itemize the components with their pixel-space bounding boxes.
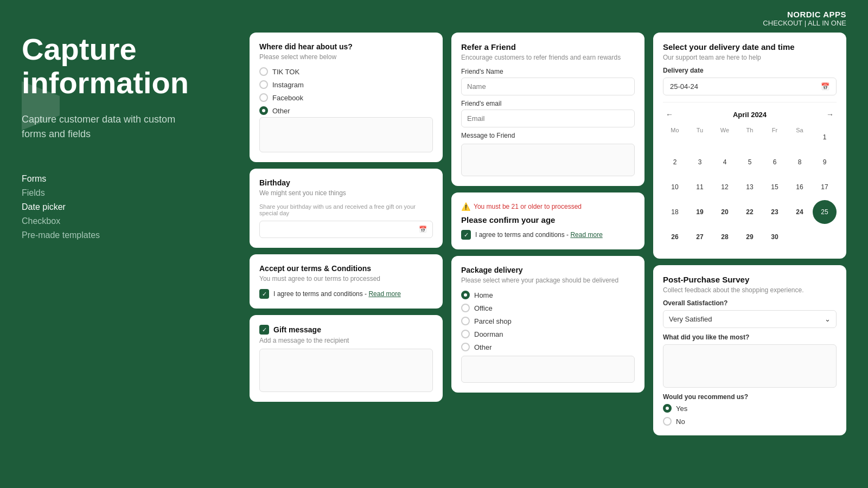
hero-title: Capture information <box>22 33 250 99</box>
package-textarea[interactable] <box>461 356 635 383</box>
gift-textarea[interactable] <box>259 349 433 392</box>
recommend-yes[interactable]: Yes <box>663 404 837 413</box>
refer-title: Refer a Friend <box>461 42 635 52</box>
radio-tiktok-label: TIK TOK <box>272 68 299 76</box>
birthday-subtitle: We might sent you nice things <box>259 189 433 197</box>
cal-day-10[interactable]: 10 <box>663 175 687 199</box>
package-parcel-circle <box>461 317 470 325</box>
friend-name-input[interactable] <box>461 78 635 95</box>
age-link[interactable]: Read more <box>570 231 602 239</box>
cal-day-5[interactable]: 5 <box>738 150 762 174</box>
cal-day-19[interactable]: 19 <box>688 200 712 224</box>
cal-header-fr: Fr <box>763 125 787 149</box>
package-other-label: Other <box>474 343 492 351</box>
cal-day-1[interactable]: 1 <box>813 125 837 149</box>
cal-day-4[interactable]: 4 <box>713 150 737 174</box>
radio-other-label: Other <box>272 107 290 115</box>
cal-day-22[interactable]: 22 <box>738 200 762 224</box>
cal-day-18[interactable]: 18 <box>663 200 687 224</box>
recommend-yes-circle <box>663 404 672 413</box>
cal-day-30[interactable]: 30 <box>763 225 787 249</box>
terms-checkbox-row[interactable]: I agree to terms and conditions - Read m… <box>259 289 433 299</box>
radio-facebook-circle <box>259 93 268 102</box>
nav-item-datepicker[interactable]: Date picker <box>22 202 250 212</box>
gift-checkbox[interactable] <box>259 325 269 335</box>
cal-next-btn[interactable]: → <box>824 108 837 121</box>
refer-card: Refer a Friend Encourage customers to re… <box>451 33 644 186</box>
radio-instagram-label: Instagram <box>272 81 304 89</box>
satisfaction-label: Overall Satisfaction? <box>663 299 837 307</box>
nav-item-fields[interactable]: Fields <box>22 188 250 198</box>
friend-email-label: Friend's email <box>461 100 635 107</box>
sidebar-nav: Forms Fields Date picker Checkbox Pre-ma… <box>22 174 250 240</box>
package-doorman[interactable]: Doorman <box>461 330 635 338</box>
cal-day-27[interactable]: 27 <box>688 225 712 249</box>
recommend-label: Would you recommend us? <box>663 393 837 401</box>
message-textarea[interactable] <box>461 144 635 176</box>
package-title: Package delivery <box>461 266 635 274</box>
radio-facebook[interactable]: Facebook <box>259 93 433 102</box>
radio-tiktok[interactable]: TIK TOK <box>259 67 433 76</box>
birthday-card: Birthday We might sent you nice things S… <box>250 169 443 248</box>
brand-sub: CHECKOUT | ALL IN ONE <box>763 19 846 27</box>
birthday-date-input[interactable]: 📅 <box>259 221 433 238</box>
delivery-date-input[interactable]: 25-04-24 📅 <box>663 78 837 95</box>
cal-day-16[interactable]: 16 <box>788 175 812 199</box>
cal-day-9[interactable]: 9 <box>813 150 837 174</box>
calendar-grid: Mo Tu We Th Fr Sa 1 2 3 4 5 6 <box>663 125 837 249</box>
cal-day-13[interactable]: 13 <box>738 175 762 199</box>
package-parcel[interactable]: Parcel shop <box>461 317 635 325</box>
cal-day-2[interactable]: 2 <box>663 150 687 174</box>
friend-email-input[interactable] <box>461 110 635 127</box>
cal-day-23[interactable]: 23 <box>763 200 787 224</box>
terms-link[interactable]: Read more <box>368 290 400 298</box>
cal-header-mo: Mo <box>663 125 687 149</box>
terms-card: Accept our terms & Conditions You must a… <box>250 254 443 309</box>
where-heard-card: Where did hear about us? Please select w… <box>250 33 443 162</box>
cal-prev-btn[interactable]: ← <box>663 108 676 121</box>
refer-subtitle: Encourage customers to refer friends and… <box>461 54 635 61</box>
satisfaction-value: Very Satisfied <box>669 315 712 323</box>
radio-tiktok-circle <box>259 67 268 76</box>
cal-day-17[interactable]: 17 <box>813 175 837 199</box>
radio-other[interactable]: Other <box>259 106 433 115</box>
cal-day-11[interactable]: 11 <box>688 175 712 199</box>
left-panel: Capture information Capture customer dat… <box>22 27 250 477</box>
cal-day-15[interactable]: 15 <box>763 175 787 199</box>
nav-item-forms[interactable]: Forms <box>22 174 250 184</box>
satisfaction-select[interactable]: Very Satisfied ⌄ <box>663 310 837 328</box>
recommend-no[interactable]: No <box>663 417 837 426</box>
age-checkbox-row[interactable]: I agree to terms and conditions - Read m… <box>461 230 635 240</box>
package-office[interactable]: Office <box>461 304 635 312</box>
column-1: Where did hear about us? Please select w… <box>250 33 443 477</box>
where-heard-subtitle: Please select where below <box>259 53 433 61</box>
calendar: ← April 2024 → Mo Tu We Th Fr Sa 1 <box>663 102 837 249</box>
cal-day-26[interactable]: 26 <box>663 225 687 249</box>
cal-day-25-today[interactable]: 25 <box>813 200 837 224</box>
friend-name-label: Friend's Name <box>461 68 635 75</box>
header: NORDIC APPS CHECKOUT | ALL IN ONE <box>0 0 868 27</box>
package-home[interactable]: Home <box>461 291 635 299</box>
cal-day-29[interactable]: 29 <box>738 225 762 249</box>
cal-day-6[interactable]: 6 <box>763 150 787 174</box>
where-heard-textarea[interactable] <box>259 117 433 152</box>
cal-day-24[interactable]: 24 <box>788 200 812 224</box>
cal-day-28[interactable]: 28 <box>713 225 737 249</box>
radio-instagram[interactable]: Instagram <box>259 80 433 89</box>
cal-day-20[interactable]: 20 <box>713 200 737 224</box>
cal-header-sa: Sa <box>788 125 812 149</box>
nav-item-templates[interactable]: Pre-made templates <box>22 230 250 240</box>
radio-instagram-circle <box>259 80 268 89</box>
main-content: Capture information Capture customer dat… <box>0 27 868 488</box>
package-other[interactable]: Other <box>461 343 635 351</box>
cal-day-12[interactable]: 12 <box>713 175 737 199</box>
brand-name: NORDIC APPS <box>763 10 846 19</box>
age-checkbox[interactable] <box>461 230 471 240</box>
gift-title: Gift message <box>273 325 321 334</box>
cal-day-8[interactable]: 8 <box>788 150 812 174</box>
cal-header-th: Th <box>738 125 762 149</box>
terms-checkbox[interactable] <box>259 289 269 299</box>
feedback-textarea[interactable] <box>663 344 837 388</box>
nav-item-checkbox[interactable]: Checkbox <box>22 216 250 226</box>
cal-day-3[interactable]: 3 <box>688 150 712 174</box>
